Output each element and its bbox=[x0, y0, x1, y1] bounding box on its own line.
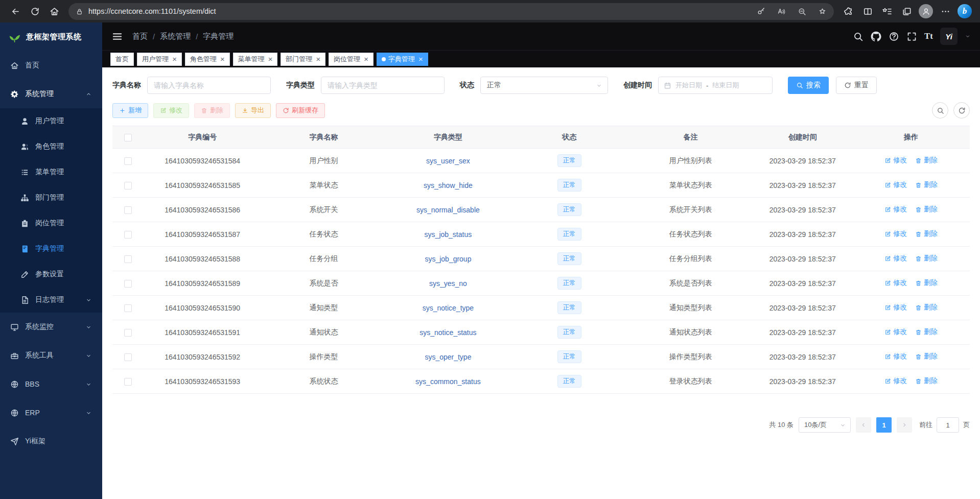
close-icon[interactable]: × bbox=[220, 55, 225, 63]
row-delete-button[interactable]: 删除 bbox=[915, 180, 938, 189]
sidebar-toggle-icon[interactable] bbox=[111, 31, 123, 42]
browser-menu-button[interactable] bbox=[936, 2, 954, 20]
tab[interactable]: 菜单管理× bbox=[233, 53, 278, 66]
dict-type-link[interactable]: sys_show_hide bbox=[424, 181, 473, 189]
dict-name-input[interactable] bbox=[147, 77, 271, 94]
row-checkbox[interactable] bbox=[124, 378, 132, 386]
user-avatar[interactable]: Yi bbox=[940, 28, 958, 45]
sidebar-item[interactable]: 日志管理 bbox=[0, 287, 102, 313]
row-edit-button[interactable]: 修改 bbox=[884, 229, 907, 239]
row-edit-button[interactable]: 修改 bbox=[884, 376, 907, 386]
close-icon[interactable]: × bbox=[172, 55, 177, 63]
row-delete-button[interactable]: 删除 bbox=[915, 352, 938, 361]
github-icon[interactable] bbox=[871, 31, 881, 42]
reset-button[interactable]: 重置 bbox=[836, 77, 877, 94]
edit-button[interactable]: 修改 bbox=[153, 103, 189, 118]
browser-reload-button[interactable] bbox=[26, 2, 44, 20]
export-button[interactable]: 导出 bbox=[235, 103, 271, 118]
sidebar-item[interactable]: ERP bbox=[0, 398, 102, 427]
address-bar[interactable]: https://ccnetcore.com:1101/system/dict bbox=[68, 3, 834, 20]
goto-page-input[interactable] bbox=[937, 417, 959, 433]
delete-button[interactable]: 删除 bbox=[194, 103, 230, 118]
row-checkbox[interactable] bbox=[124, 182, 132, 189]
row-edit-button[interactable]: 修改 bbox=[884, 205, 907, 214]
sidebar-item[interactable]: 用户管理 bbox=[0, 108, 102, 134]
date-range-picker[interactable]: 开始日期 - 结束日期 bbox=[658, 77, 773, 94]
refresh-table-button[interactable] bbox=[953, 102, 970, 118]
bing-chat-button[interactable]: b bbox=[955, 2, 974, 20]
row-edit-button[interactable]: 修改 bbox=[884, 303, 907, 312]
tab[interactable]: 岗位管理× bbox=[329, 53, 374, 66]
sidebar-item[interactable]: 字典管理 bbox=[0, 236, 102, 262]
sidebar-item[interactable]: 菜单管理 bbox=[0, 159, 102, 185]
dict-type-link[interactable]: sys_oper_type bbox=[425, 353, 471, 361]
add-favorite-button[interactable] bbox=[814, 4, 830, 19]
chevron-down-icon[interactable] bbox=[965, 33, 971, 39]
breadcrumb-item-system[interactable]: 系统管理 bbox=[160, 32, 191, 41]
row-delete-button[interactable]: 删除 bbox=[915, 156, 938, 165]
url-text[interactable]: https://ccnetcore.com:1101/system/dict bbox=[88, 7, 748, 15]
page-number-button[interactable]: 1 bbox=[876, 417, 892, 433]
tab[interactable]: 角色管理× bbox=[185, 53, 230, 66]
dict-type-link[interactable]: sys_normal_disable bbox=[416, 206, 480, 214]
row-delete-button[interactable]: 删除 bbox=[915, 278, 938, 288]
page-size-select[interactable]: 10条/页 bbox=[799, 417, 851, 433]
split-screen-button[interactable] bbox=[858, 2, 877, 20]
row-delete-button[interactable]: 删除 bbox=[915, 205, 938, 214]
row-edit-button[interactable]: 修改 bbox=[884, 254, 907, 263]
close-icon[interactable]: × bbox=[316, 55, 320, 63]
read-aloud-button[interactable] bbox=[774, 4, 789, 19]
sidebar-item[interactable]: 角色管理 bbox=[0, 134, 102, 159]
row-delete-button[interactable]: 删除 bbox=[915, 327, 938, 337]
row-checkbox[interactable] bbox=[124, 329, 132, 337]
fullscreen-icon[interactable] bbox=[906, 31, 917, 42]
row-edit-button[interactable]: 修改 bbox=[884, 352, 907, 361]
sidebar-item[interactable]: 岗位管理 bbox=[0, 210, 102, 236]
browser-profile-button[interactable] bbox=[917, 2, 935, 20]
status-select[interactable]: 正常 bbox=[480, 77, 608, 94]
select-all-checkbox[interactable] bbox=[124, 134, 132, 141]
sidebar-item[interactable]: 参数设置 bbox=[0, 262, 102, 287]
row-delete-button[interactable]: 删除 bbox=[915, 254, 938, 263]
row-delete-button[interactable]: 删除 bbox=[915, 229, 938, 239]
sidebar-item[interactable]: 部门管理 bbox=[0, 185, 102, 210]
dict-type-link[interactable]: sys_yes_no bbox=[429, 279, 467, 288]
search-button[interactable]: 搜索 bbox=[788, 77, 829, 94]
row-edit-button[interactable]: 修改 bbox=[884, 156, 907, 165]
dict-type-link[interactable]: sys_job_status bbox=[425, 230, 472, 239]
text-size-icon[interactable]: Tt bbox=[924, 31, 933, 41]
row-delete-button[interactable]: 删除 bbox=[915, 303, 938, 312]
tab[interactable]: 部门管理× bbox=[281, 53, 325, 66]
zoom-button[interactable] bbox=[794, 4, 809, 19]
row-delete-button[interactable]: 删除 bbox=[915, 376, 938, 386]
dict-type-link[interactable]: sys_job_group bbox=[425, 255, 471, 263]
dict-type-link[interactable]: sys_common_status bbox=[415, 377, 481, 386]
tab[interactable]: 字典管理× bbox=[377, 53, 428, 66]
sidebar-item[interactable]: 系统工具 bbox=[0, 341, 102, 370]
tab[interactable]: 用户管理× bbox=[137, 53, 182, 66]
browser-home-button[interactable] bbox=[45, 2, 63, 20]
sidebar-item[interactable]: 系统监控 bbox=[0, 313, 102, 341]
row-checkbox[interactable] bbox=[124, 157, 132, 165]
header-search-icon[interactable] bbox=[853, 31, 864, 42]
row-checkbox[interactable] bbox=[124, 206, 132, 214]
row-checkbox[interactable] bbox=[124, 255, 132, 263]
extensions-button[interactable] bbox=[839, 2, 857, 20]
dict-type-input[interactable] bbox=[321, 77, 445, 94]
sidebar-item[interactable]: Yi框架 bbox=[0, 427, 102, 456]
row-edit-button[interactable]: 修改 bbox=[884, 278, 907, 288]
dict-type-link[interactable]: sys_notice_type bbox=[423, 304, 474, 312]
tab[interactable]: 首页 bbox=[110, 53, 134, 66]
close-icon[interactable]: × bbox=[418, 55, 423, 63]
sidebar-item[interactable]: 首页 bbox=[0, 51, 102, 80]
favorites-button[interactable] bbox=[878, 2, 896, 20]
row-checkbox[interactable] bbox=[124, 280, 132, 288]
row-checkbox[interactable] bbox=[124, 304, 132, 312]
password-key-button[interactable] bbox=[753, 4, 768, 19]
sidebar-item[interactable]: BBS bbox=[0, 370, 102, 398]
dict-type-link[interactable]: sys_notice_status bbox=[419, 328, 476, 337]
close-icon[interactable]: × bbox=[364, 55, 368, 63]
row-edit-button[interactable]: 修改 bbox=[884, 180, 907, 189]
refresh-cache-button[interactable]: 刷新缓存 bbox=[276, 103, 325, 118]
next-page-button[interactable] bbox=[897, 417, 912, 433]
